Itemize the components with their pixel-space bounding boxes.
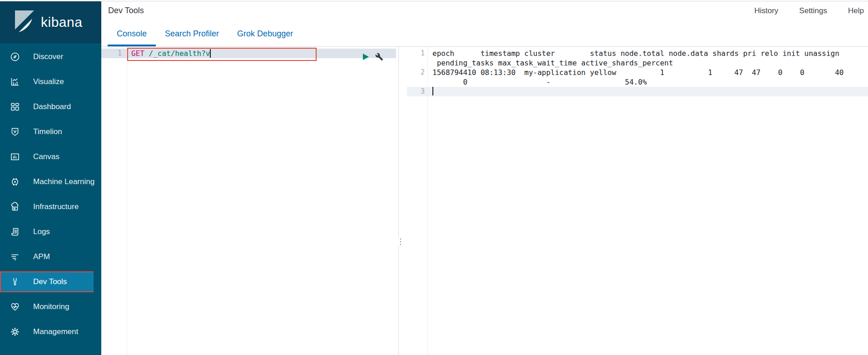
topbar-settings-button[interactable]: Settings: [799, 6, 827, 15]
compass-icon: [9, 51, 21, 63]
sidebar-item-canvas[interactable]: Canvas: [0, 144, 101, 169]
topbar-history-button[interactable]: History: [754, 6, 779, 15]
sidebar-item-dashboard[interactable]: Dashboard: [0, 94, 101, 119]
sidebar-item-label: Timelion: [33, 127, 62, 136]
request-editor[interactable]: 1 GET /_cat/health?v: [101, 47, 396, 355]
sidebar-item-dev-tools[interactable]: Dev Tools: [0, 269, 101, 294]
play-icon: [362, 53, 369, 60]
sidebar-item-label: Discover: [33, 52, 63, 61]
sidebar-item-label: Dev Tools: [33, 277, 67, 286]
output-line-text: 1568794410 08:13:30 my-application yello…: [432, 68, 843, 77]
output-line-number: 2: [407, 68, 425, 77]
sidebar-item-discover[interactable]: Discover: [0, 44, 101, 69]
splitter-line: [398, 47, 399, 355]
sidebar-item-label: Dashboard: [33, 102, 71, 111]
wrench-icon: [9, 276, 21, 288]
sidebar-item-label: Canvas: [33, 152, 60, 161]
editor-line-number: 1: [101, 49, 122, 58]
topbar-actions: HistorySettingsHelp: [754, 6, 864, 15]
console-area: 1 GET /_cat/health?v ⋮ 1epoch timestamp …: [101, 47, 868, 355]
logs-scroll-icon: [9, 226, 21, 238]
sidebar: kibana DiscoverVisualizeDashboardTimelio…: [0, 1, 101, 355]
top-border: [0, 0, 868, 1]
http-method: GET: [131, 49, 144, 58]
output-line: 3: [407, 87, 868, 96]
kibana-logo-text: kibana: [41, 15, 82, 30]
sidebar-item-label: Infrastructure: [33, 202, 79, 211]
output-text-cursor: [432, 87, 433, 95]
dashboard-grid-icon: [9, 101, 21, 113]
machine-learning-icon: [9, 176, 21, 188]
request-actions: [362, 53, 383, 61]
tabs: ConsoleSearch ProfilerGrok Debugger: [108, 21, 302, 46]
timelion-shield-icon: [9, 126, 21, 138]
output-line-text: pending_tasks max_task_wait_time active_…: [432, 58, 673, 68]
kibana-logo-icon: [14, 10, 35, 34]
output-line: 21568794410 08:13:30 my-application yell…: [407, 68, 868, 77]
sidebar-item-label: APM: [33, 252, 50, 261]
sidebar-item-label: Monitoring: [33, 302, 69, 311]
output-line-text: epoch timestamp cluster status node.tota…: [432, 49, 839, 58]
sidebar-item-label: Management: [33, 327, 78, 336]
sidebar-item-timelion[interactable]: Timelion: [0, 119, 101, 144]
kibana-logo[interactable]: kibana: [0, 1, 101, 43]
output-lines: 1epoch timestamp cluster status node.tot…: [407, 49, 868, 96]
editor-code[interactable]: GET /_cat/health?v: [131, 49, 211, 58]
sidebar-item-label: Logs: [33, 227, 50, 236]
sidebar-item-machine-learning[interactable]: Machine Learning: [0, 169, 101, 194]
sidebar-item-infrastructure[interactable]: Infrastructure: [0, 194, 101, 219]
gear-icon: [9, 326, 21, 338]
sidebar-item-apm[interactable]: APM: [0, 244, 101, 269]
sidebar-item-label: Machine Learning: [33, 177, 94, 186]
sidebar-item-logs[interactable]: Logs: [0, 219, 101, 244]
bar-chart-icon: [9, 76, 21, 88]
tab-grok-debugger[interactable]: Grok Debugger: [228, 21, 302, 46]
output-line-wrap: 0 - 54.0%: [407, 77, 868, 87]
request-path: /_cat/health?v: [144, 49, 210, 58]
output-line-text: 0 - 54.0%: [432, 77, 647, 87]
drag-handle-icon[interactable]: ⋮: [396, 237, 405, 246]
editor-gutter-border: [127, 47, 127, 355]
topbar: Dev Tools HistorySettingsHelp ConsoleSea…: [101, 1, 868, 47]
response-output[interactable]: 1epoch timestamp cluster status node.tot…: [407, 47, 868, 355]
tab-search-profiler[interactable]: Search Profiler: [156, 21, 228, 46]
sidebar-nav: DiscoverVisualizeDashboardTimelionCanvas…: [0, 44, 101, 344]
request-options-button[interactable]: [375, 53, 383, 61]
tab-console[interactable]: Console: [108, 21, 156, 46]
page-title: Dev Tools: [108, 6, 144, 15]
canvas-frame-icon: [9, 151, 21, 163]
heartbeat-icon: [9, 301, 21, 313]
output-line: 1epoch timestamp cluster status node.tot…: [407, 49, 868, 58]
wrench-dark-icon: [375, 53, 383, 61]
infrastructure-cloud-icon: [9, 201, 21, 213]
output-line-number: 1: [407, 49, 425, 58]
sidebar-item-management[interactable]: Management: [0, 319, 101, 344]
kibana-app: kibana DiscoverVisualizeDashboardTimelio…: [0, 0, 868, 355]
sidebar-item-visualize[interactable]: Visualize: [0, 69, 101, 94]
output-line-wrap: pending_tasks max_task_wait_time active_…: [407, 58, 868, 68]
topbar-help-button[interactable]: Help: [848, 6, 864, 15]
sidebar-item-monitoring[interactable]: Monitoring: [0, 294, 101, 319]
panel-splitter[interactable]: ⋮: [396, 47, 407, 355]
output-line-number: 3: [407, 87, 425, 96]
editor-text-cursor: [210, 49, 211, 58]
send-request-button[interactable]: [362, 53, 369, 60]
sidebar-item-label: Visualize: [33, 77, 64, 86]
apm-lines-icon: [9, 251, 21, 263]
editor-active-line[interactable]: 1 GET /_cat/health?v: [101, 49, 396, 58]
